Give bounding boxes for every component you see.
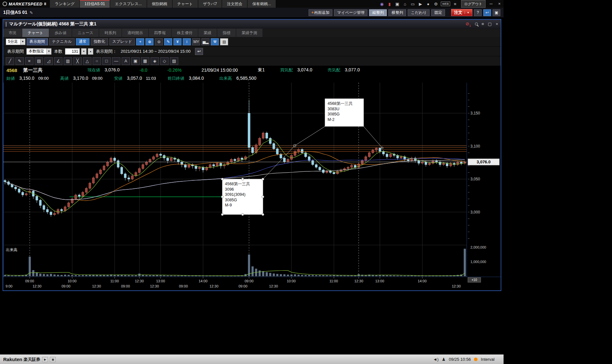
tool-ellipse-icon[interactable]: ○ — [93, 57, 101, 65]
selection-handle[interactable] — [242, 178, 244, 180]
tool-pattern-icon[interactable]: ▨ — [170, 57, 178, 65]
tool-vertical-lines-icon[interactable]: ▥ — [64, 57, 72, 65]
vertical-align-button[interactable]: 縦整列 — [369, 9, 387, 16]
index-mode-button[interactable]: 指数化 — [91, 38, 108, 45]
top-tab-express[interactable]: エクスプレス... — [110, 0, 147, 8]
top-tab-order-inquiry[interactable]: 注文照会 — [222, 0, 247, 8]
selection-handle[interactable] — [221, 178, 224, 180]
tab-indicators[interactable]: 指標 — [217, 29, 236, 37]
back-button[interactable]: ↩ — [483, 9, 491, 16]
search-icon[interactable] — [475, 22, 478, 26]
market-info-icon[interactable]: ▮ — [387, 1, 392, 7]
tab-timeseries[interactable]: 時系列 — [99, 29, 122, 37]
tool-parallel-lines-icon[interactable]: ≡ — [25, 57, 33, 65]
panel-icon[interactable]: ▣ — [50, 357, 56, 362]
top-tab-1day-as-01[interactable]: 1日信AS 01 — [80, 0, 110, 8]
tab-forecast[interactable]: 業績予測 — [236, 29, 263, 37]
pin-button[interactable]: 固定 — [431, 9, 445, 16]
tool-marker-icon[interactable]: ◈ — [151, 57, 159, 65]
tool-rectangle-icon[interactable]: □ — [102, 57, 111, 65]
tool-cross-icon[interactable]: ╳ — [73, 57, 82, 65]
count-up-button[interactable]: ▲ — [88, 48, 93, 55]
top-tab-holdings[interactable]: 保有銘柄... — [247, 0, 276, 8]
volume-style-button[interactable]: ▅▂ — [201, 38, 209, 45]
horizontal-align-button[interactable]: 横整列 — [388, 9, 406, 16]
multi-screen-icon[interactable]: ▭ — [410, 1, 415, 7]
window-menu-icon[interactable]: ≡ — [482, 22, 484, 26]
community-icon[interactable]: ◉ — [379, 1, 385, 7]
tool-horizontal-line-icon[interactable]: — — [112, 57, 120, 65]
tool-polygon-icon[interactable]: △ — [83, 57, 91, 65]
info-button[interactable]: i — [183, 38, 191, 45]
tool-text-icon[interactable]: A — [122, 57, 130, 65]
selection-handle[interactable] — [221, 214, 224, 216]
count-down-button[interactable]: ▼ — [81, 48, 87, 55]
web-badge[interactable]: WEB — [441, 1, 450, 7]
zoom-in-button[interactable]: ⊕ — [145, 38, 153, 45]
user-icon[interactable]: ♟ — [442, 357, 446, 362]
tool-icon-stamp-icon[interactable]: ▣ — [131, 57, 140, 65]
timeframe-select[interactable]: 5分足 ▼ — [6, 39, 25, 45]
print-button[interactable]: ▤ — [220, 38, 228, 45]
window-title-bar[interactable]: マルチツール(個別銘柄) 4568 第一三共 東1 ⊘1 ≡ ▢ × — [3, 20, 501, 29]
mypage-manage-button[interactable]: マイページ管理 — [334, 9, 367, 16]
tool-diamond-icon[interactable]: ◇ — [160, 57, 169, 65]
price-chart[interactable]: 3,1503,1003,0503,0003,076.02,000,0001,00… — [3, 83, 501, 290]
menu-icon[interactable]: ≡ — [452, 1, 458, 7]
home-icon[interactable]: ⌂ — [402, 1, 408, 7]
selection-handle[interactable] — [262, 178, 264, 180]
add-pane-button[interactable]: + — [136, 38, 144, 45]
tab-shikiho[interactable]: 四季報 — [149, 29, 172, 37]
bar-count-input[interactable] — [65, 48, 80, 55]
settings-gear-icon[interactable]: ⚙ — [433, 1, 439, 7]
app-minimize-button[interactable]: ─ — [487, 0, 495, 8]
tool-freehand-icon[interactable]: ✎ — [15, 57, 24, 65]
my-settings-button[interactable]: MY — [192, 38, 200, 45]
tool-trendline-icon[interactable]: ╱ — [6, 57, 14, 65]
help-button[interactable]: ? — [474, 9, 482, 16]
order-button[interactable]: 注文 ▼ — [451, 9, 472, 16]
media-icon[interactable]: ▶ — [418, 1, 423, 7]
window-close-icon[interactable]: × — [496, 22, 498, 26]
selection-handle[interactable] — [262, 196, 264, 198]
period-mode-select[interactable]: 本数指定 ▼ — [26, 48, 51, 55]
window-restore-icon[interactable]: ▢ — [488, 22, 492, 26]
logout-button[interactable]: ログアウト — [461, 0, 486, 8]
speaker-icon[interactable]: ◄) — [433, 357, 439, 362]
tab-yutai[interactable]: 株主優待 — [172, 29, 198, 37]
edit-pencil-icon[interactable]: ✎ — [30, 10, 33, 15]
selection-handle[interactable] — [221, 196, 224, 198]
top-tab-ranking[interactable]: ランキング — [50, 0, 79, 8]
reset-range-button[interactable]: ↩ — [195, 48, 203, 55]
selection-handle[interactable] — [262, 214, 264, 216]
chart-settings-button[interactable]: ⚒ — [211, 38, 219, 45]
top-tab-individual-stock[interactable]: 個別銘柄 — [147, 0, 172, 8]
tab-results[interactable]: 業績 — [198, 29, 217, 37]
window-layout-button[interactable]: ▣ — [493, 9, 500, 16]
play-icon[interactable]: ▶ — [42, 357, 48, 362]
tool-triangle-icon[interactable]: ◿ — [44, 57, 53, 65]
zoom-out-button[interactable]: ⊖ — [155, 38, 163, 45]
price-tool-button[interactable]: ¥ — [173, 38, 181, 45]
tool-angle-icon[interactable]: ∠ — [54, 57, 62, 65]
tab-tick[interactable]: 歩み値 — [49, 29, 72, 37]
notice-icon[interactable]: ▣ — [394, 1, 400, 7]
spread-button[interactable]: スプレッド — [109, 38, 135, 45]
top-tab-zaraba7[interactable]: ザラバ7 — [198, 0, 222, 8]
link-off-icon[interactable]: ⊘1 — [466, 21, 471, 27]
bell-icon[interactable]: ● — [425, 1, 431, 7]
draw-tool-button[interactable]: ✎ — [164, 38, 172, 45]
normal-mode-button[interactable]: 通常 — [76, 38, 89, 45]
kodawari-button[interactable]: こだわり — [408, 9, 430, 16]
selection-handle[interactable] — [242, 214, 244, 216]
technical-button[interactable]: テクニカル — [49, 38, 75, 45]
tool-grid-icon[interactable]: ▦ — [141, 57, 149, 65]
chart-area[interactable]: 3,1503,1003,0503,0003,076.02,000,0001,00… — [3, 83, 501, 290]
tab-disclosure[interactable]: 適時開示 — [122, 29, 149, 37]
add-screen-button[interactable]: +画面追加 — [309, 9, 332, 16]
tab-news[interactable]: ニュース — [72, 29, 99, 37]
tab-chart[interactable]: チャート — [22, 29, 49, 37]
app-close-button[interactable]: × — [495, 0, 504, 8]
tab-market[interactable]: 市況 — [3, 29, 22, 37]
display-period-button[interactable]: 表示期間 — [27, 38, 48, 45]
